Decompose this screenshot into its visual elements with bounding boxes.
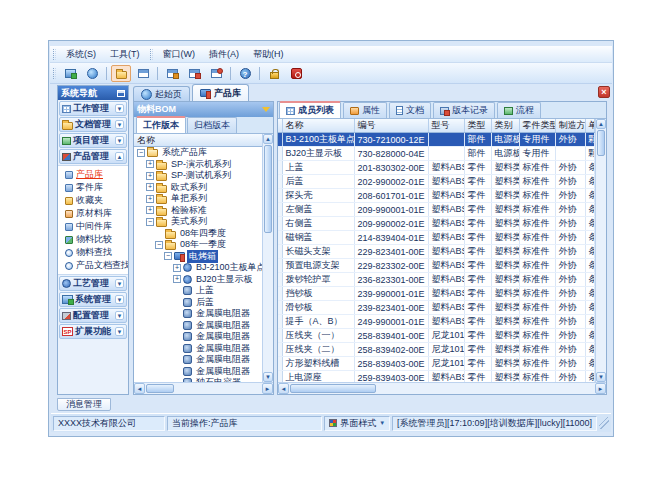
expand-toggle-icon[interactable]: + — [146, 206, 154, 214]
nav-item[interactable]: 物料比较 — [58, 233, 128, 246]
chevron-down-icon[interactable]: ▼ — [115, 279, 124, 288]
nav-group[interactable]: 产品管理▲ — [59, 149, 127, 164]
tree-hscroll-track[interactable] — [175, 383, 262, 394]
window-refresh-button[interactable] — [206, 65, 226, 82]
tree-hscroll-thumb[interactable] — [146, 384, 174, 393]
table-row[interactable]: 提手（A、B）249-990001-01E塑料ABS零件塑料类标准件外协条 — [278, 315, 595, 329]
column-header[interactable]: 单位 — [585, 119, 595, 133]
members-tab[interactable]: 成员列表 — [279, 101, 341, 118]
table-horizontal-scrollbar[interactable]: ◄ ► — [278, 382, 606, 394]
version-tab[interactable]: 工作版本 — [136, 116, 186, 133]
column-header[interactable]: 零件类型 — [519, 119, 555, 133]
close-icon[interactable] — [598, 86, 610, 98]
scroll-right-icon[interactable]: ► — [595, 383, 606, 394]
scroll-left-icon[interactable]: ◄ — [278, 383, 289, 394]
table-hscroll-track[interactable] — [377, 383, 595, 394]
column-header[interactable]: 类型 — [464, 119, 491, 133]
nav-group[interactable]: 工作管理▼ — [59, 101, 127, 116]
nav-group[interactable]: 文档管理▼ — [59, 117, 127, 132]
table-row[interactable]: 磁钢盖214-839404-01E塑料ABS零件塑料类标准件外协条 — [278, 231, 595, 245]
expand-toggle-icon[interactable]: + — [146, 195, 154, 203]
column-header[interactable]: 编号 — [354, 119, 428, 133]
expand-toggle-icon[interactable]: + — [146, 160, 154, 168]
table-row[interactable]: 长磁头支架229-823401-00E塑料ABS零件塑料类标准件外协条 — [278, 245, 595, 259]
menu-item[interactable]: 窗口(W) — [156, 46, 203, 63]
folder-button[interactable] — [111, 65, 131, 82]
table-row[interactable]: 压线夹（二）258-839402-00E尼龙1010零件塑料类标准件外协条 — [278, 343, 595, 357]
tree-column-header[interactable]: 名称 — [134, 134, 262, 147]
expand-toggle-icon[interactable]: − — [155, 241, 163, 249]
table-vscroll-thumb[interactable] — [597, 130, 605, 156]
chevron-down-icon[interactable]: ▼ — [115, 136, 124, 145]
chevron-down-icon[interactable]: ▼ — [115, 327, 124, 336]
column-header[interactable]: 类别 — [491, 119, 519, 133]
table-row[interactable]: 压线夹（一）258-839401-00E尼龙1010零件塑料类标准件外协条 — [278, 329, 595, 343]
expand-toggle-icon[interactable]: + — [173, 264, 181, 272]
pin-icon[interactable] — [117, 90, 125, 97]
nav-item[interactable]: 物料查找 — [58, 246, 128, 259]
power-button[interactable] — [286, 65, 306, 82]
menu-item[interactable]: 系统(S) — [59, 46, 103, 63]
lock-button[interactable] — [264, 65, 284, 82]
desktop-button[interactable] — [60, 65, 80, 82]
table-row[interactable]: 上电源座259-839403-00E塑料ABS零件塑料类标准件外协条 — [278, 371, 595, 383]
chevron-down-icon[interactable]: ▼ — [115, 311, 124, 320]
table-row[interactable]: BJ20主显示板730-828000-04E部件电源板专用件颗 — [278, 147, 595, 161]
chevron-down-icon[interactable]: ▼ — [115, 120, 124, 129]
window-new-button[interactable] — [162, 65, 182, 82]
menu-item[interactable]: 插件(A) — [202, 46, 246, 63]
nav-group[interactable]: 系统管理▼ — [59, 292, 127, 307]
table-row[interactable]: 探头壳208-601701-01E塑料ABS零件塑料类标准件外协条 — [278, 189, 595, 203]
tree-vertical-scrollbar[interactable]: ▲ ▼ — [262, 134, 273, 382]
chevron-down-icon[interactable]: ▼ — [115, 295, 124, 304]
scroll-up-icon[interactable]: ▲ — [596, 119, 606, 129]
members-tab[interactable]: 文档 — [389, 102, 431, 118]
column-header[interactable]: 名称 — [282, 119, 354, 133]
expand-toggle-icon[interactable]: + — [146, 183, 154, 191]
resize-grip[interactable] — [599, 417, 609, 429]
table-row[interactable]: 方形塑料线槽258-839403-00E尼龙1010零件塑料类标准件外协条 — [278, 357, 595, 371]
nav-group[interactable]: 扩展功能▼ — [59, 324, 127, 339]
scroll-right-icon[interactable]: ► — [262, 383, 273, 394]
menu-item[interactable]: 工具(T) — [103, 46, 147, 63]
nav-group[interactable]: 项目管理▼ — [59, 133, 127, 148]
nav-item[interactable]: 零件库 — [58, 181, 128, 194]
nav-item[interactable]: 中间件库 — [58, 220, 128, 233]
column-header[interactable]: 制造方式 — [555, 119, 585, 133]
menu-item[interactable]: 帮助(H) — [246, 46, 291, 63]
message-panel-tab[interactable]: 消息管理 — [57, 398, 111, 411]
tree-vscroll-track[interactable] — [263, 234, 273, 372]
doc-tab[interactable]: 产品库 — [192, 84, 249, 101]
expand-toggle-icon[interactable]: + — [173, 275, 181, 283]
table-row[interactable]: 左侧盖209-990001-01E塑料ABS零件塑料类标准件外协条 — [278, 203, 595, 217]
expand-toggle-icon[interactable]: − — [146, 218, 154, 226]
table-row[interactable]: BJ-2100主板单点730-721000-12E部件电源板专用件外协颗 — [278, 133, 595, 147]
members-tab[interactable]: 属性 — [343, 102, 387, 118]
nav-item[interactable]: 产品文档查找 — [58, 259, 128, 272]
scroll-left-icon[interactable]: ◄ — [134, 383, 145, 394]
version-tab[interactable]: 归档版本 — [187, 117, 237, 133]
menubar-grip[interactable] — [53, 49, 56, 60]
nav-item[interactable]: 原材料库 — [58, 207, 128, 220]
nav-group[interactable]: 配置管理▼ — [59, 308, 127, 323]
layout-button[interactable] — [133, 65, 153, 82]
toolbar-grip[interactable] — [53, 68, 56, 79]
table-row[interactable]: 拨钞轮护罩236-823301-00E塑料ABS零件塑料类标准件外协条 — [278, 273, 595, 287]
nav-item[interactable]: 收藏夹 — [58, 194, 128, 207]
members-tab[interactable]: 版本记录 — [433, 102, 495, 118]
chevron-up-icon[interactable]: ▲ — [115, 152, 124, 161]
members-tab[interactable]: 流程 — [497, 102, 541, 118]
nav-item[interactable]: 产品库 — [58, 168, 128, 181]
column-header[interactable]: 型号 — [428, 119, 464, 133]
filter-icon[interactable] — [262, 107, 270, 112]
nav-group[interactable]: 工艺管理▼ — [59, 276, 127, 291]
tree-horizontal-scrollbar[interactable]: ◄ ► — [134, 382, 273, 394]
globe-button[interactable] — [82, 65, 102, 82]
table-vertical-scrollbar[interactable]: ▲ ▼ — [595, 119, 606, 382]
help-button[interactable] — [235, 65, 255, 82]
table-vscroll-track[interactable] — [596, 157, 606, 372]
tree-vscroll-thumb[interactable] — [264, 145, 272, 233]
chevron-down-icon[interactable]: ▼ — [115, 104, 124, 113]
expand-toggle-icon[interactable]: − — [137, 149, 145, 157]
table-row[interactable]: 上盖201-830302-00E塑料ABS零件塑料类标准件外协条 — [278, 161, 595, 175]
